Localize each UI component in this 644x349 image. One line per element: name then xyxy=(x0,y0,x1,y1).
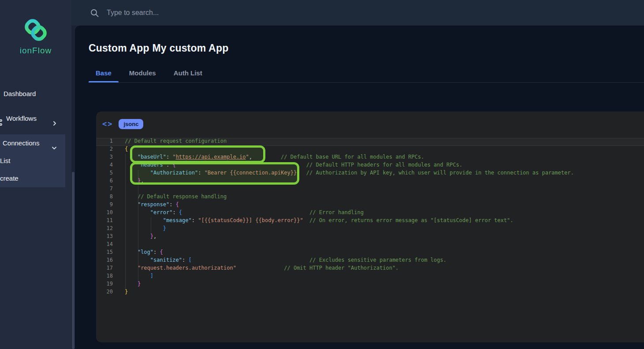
code-line[interactable]: 15 "log": { xyxy=(96,249,644,257)
line-content: }, xyxy=(125,233,156,239)
line-content: "message": "[{{statusCode}}] {{body.erro… xyxy=(125,217,513,223)
language-badge: jsonc xyxy=(119,119,143,129)
sidebar-item-create[interactable]: create xyxy=(0,170,65,187)
code-line[interactable]: 5 "Authorization": "Bearer {{connection.… xyxy=(96,170,644,178)
indent-guide xyxy=(125,154,126,289)
scrollbar-track xyxy=(71,26,75,349)
logo-icon xyxy=(21,16,50,44)
code-line[interactable]: 10 "error": { // Error handling xyxy=(96,209,644,217)
code-line[interactable]: 9 "response": { xyxy=(96,201,644,209)
sidebar-item-label: List xyxy=(0,157,10,164)
brand-name: ionFlow xyxy=(0,46,71,56)
line-content: ] xyxy=(125,273,153,279)
line-content: } xyxy=(125,225,166,231)
line-number: 5 xyxy=(96,170,113,176)
sidebar-item-label: Connections xyxy=(3,139,39,147)
tab-bar: Base Modules Auth List xyxy=(89,63,644,83)
line-content: } xyxy=(125,289,128,295)
code-line[interactable]: 19 } xyxy=(96,281,644,289)
line-number: 16 xyxy=(96,257,113,263)
workflow-icon xyxy=(0,115,3,133)
search-box[interactable] xyxy=(90,8,644,17)
code-line[interactable]: 13 }, xyxy=(96,233,644,241)
code-line[interactable]: 3 "baseUrl": "https://api.example.io", /… xyxy=(96,154,644,162)
sidebar-item-dashboard[interactable]: Dashboard xyxy=(4,85,36,103)
line-content: "sanitize": [ // Excludes sensitive para… xyxy=(125,257,447,263)
line-number: 17 xyxy=(96,265,113,271)
line-content: "error": { // Error handling xyxy=(125,209,364,215)
line-content: "log": { xyxy=(125,249,163,255)
line-number: 19 xyxy=(96,281,113,287)
tab-label: Base xyxy=(96,69,112,77)
line-content: } xyxy=(125,281,141,287)
code-line[interactable]: 1// Default request configuration xyxy=(96,138,644,146)
line-content: "response": { xyxy=(125,201,179,208)
code-line[interactable]: 16 "sanitize": [ // Excludes sensitive p… xyxy=(96,257,644,265)
sidebar-item-label: create xyxy=(0,174,19,182)
code-line[interactable]: 6 }, xyxy=(96,178,644,186)
code-line[interactable]: 14 xyxy=(96,241,644,249)
sidebar-item-connections[interactable]: Connections xyxy=(3,134,65,152)
line-number: 6 xyxy=(96,178,113,184)
line-number: 1 xyxy=(96,138,113,144)
line-content: "baseUrl": "https://api.example.io", // … xyxy=(125,154,424,160)
search-icon xyxy=(90,9,99,17)
line-number: 15 xyxy=(96,249,113,255)
line-number: 14 xyxy=(96,241,113,247)
line-content: { xyxy=(125,146,128,152)
line-number: 8 xyxy=(96,193,113,200)
indent-guide xyxy=(138,170,138,281)
sidebar: ionFlow Dashboard Workflows Connections … xyxy=(0,0,71,349)
tab-label: Modules xyxy=(129,69,156,77)
code-line[interactable]: 2{ xyxy=(96,146,644,154)
code-line[interactable]: 4 "headers": { // Default HTTP headers f… xyxy=(96,162,644,170)
line-number: 11 xyxy=(96,217,113,223)
code-line[interactable]: 17 "request.headers.authorization" // Om… xyxy=(96,265,644,273)
chevron-right-icon xyxy=(52,115,57,133)
scrollbar-thumb[interactable] xyxy=(72,172,74,349)
code-line[interactable]: 18 ] xyxy=(96,273,644,281)
workspace: Custom App My custom App Base Modules Au… xyxy=(71,26,644,349)
sidebar-item-label: Workflows xyxy=(6,115,37,122)
line-number: 4 xyxy=(96,162,113,168)
line-number: 18 xyxy=(96,273,113,279)
code-editor: <> jsonc 1// Default request configurati… xyxy=(96,111,644,342)
sidebar-item-label: Dashboard xyxy=(4,90,36,97)
indent-guide xyxy=(151,217,151,233)
tab-auth-list[interactable]: Auth List xyxy=(167,63,209,82)
code-line[interactable]: 12 } xyxy=(96,225,644,233)
line-number: 20 xyxy=(96,289,113,295)
page-title: Custom App My custom App xyxy=(89,42,228,54)
line-content: // Default request configuration xyxy=(125,138,227,144)
line-number: 12 xyxy=(96,225,113,231)
code-lines: 1// Default request configuration2{3 "ba… xyxy=(96,138,644,297)
tab-modules[interactable]: Modules xyxy=(122,63,163,82)
sidebar-item-workflows[interactable]: Workflows xyxy=(6,110,37,127)
search-input[interactable] xyxy=(106,8,291,17)
code-line[interactable]: 7 xyxy=(96,186,644,193)
line-number: 9 xyxy=(96,201,113,208)
tab-label: Auth List xyxy=(174,69,202,77)
line-content: }, xyxy=(125,178,144,184)
topbar xyxy=(71,0,644,26)
editor-toolbar: <> jsonc xyxy=(96,111,644,131)
main-panel: Custom App My custom App Base Modules Au… xyxy=(75,26,644,349)
line-content: "request.headers.authorization" // Omit … xyxy=(125,265,398,271)
line-number: 7 xyxy=(96,186,113,192)
code-line[interactable]: 8 // Default response handling xyxy=(96,193,644,201)
sidebar-group-connections: Connections List create xyxy=(0,134,65,187)
code-line[interactable]: 20} xyxy=(96,289,644,297)
code-area[interactable]: 1// Default request configuration2{3 "ba… xyxy=(96,138,644,301)
line-content: "Authorization": "Bearer {{connection.ap… xyxy=(125,170,574,176)
tab-base[interactable]: Base xyxy=(89,63,119,82)
line-number: 10 xyxy=(96,209,113,215)
line-content: "headers": { // Default HTTP headers for… xyxy=(125,162,462,168)
code-brackets-icon: <> xyxy=(102,119,113,128)
line-content: // Default response handling xyxy=(125,193,227,200)
logo[interactable]: ionFlow xyxy=(0,16,71,56)
code-line[interactable]: 11 "message": "[{{statusCode}}] {{body.e… xyxy=(96,217,644,225)
line-number: 3 xyxy=(96,154,113,160)
line-number: 13 xyxy=(96,233,113,239)
sidebar-item-list[interactable]: List xyxy=(0,152,65,170)
line-number: 2 xyxy=(96,146,113,152)
